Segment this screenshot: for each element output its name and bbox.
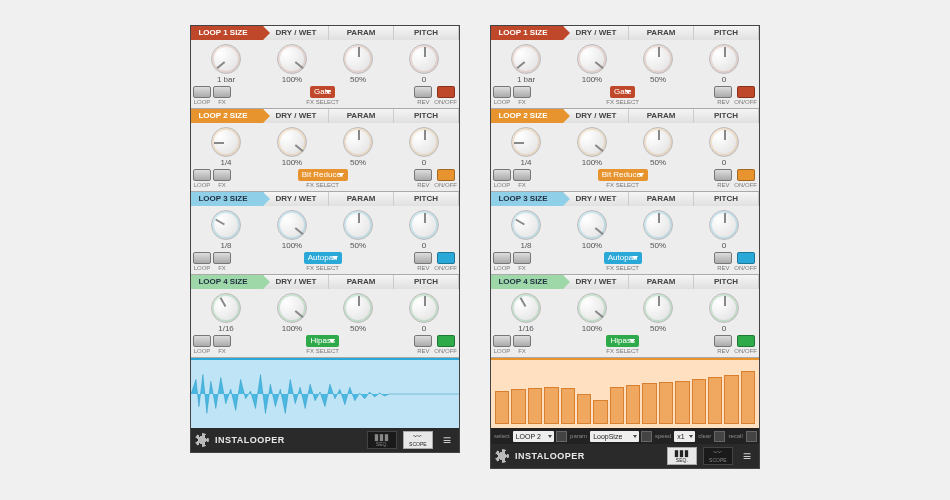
seq-select-stepper[interactable] xyxy=(556,431,567,442)
loop-4-fx-select[interactable]: Hipass xyxy=(306,335,338,347)
loop-3-onoff-button[interactable] xyxy=(737,252,755,264)
loop-3-drywet-knob[interactable] xyxy=(577,210,607,240)
loop-2-param-knob[interactable] xyxy=(643,127,673,157)
loop-1-fx-select[interactable]: Gate xyxy=(310,86,335,98)
scope-tab[interactable]: 〰SCOPE xyxy=(703,447,733,465)
seq-step-12[interactable] xyxy=(675,381,689,424)
loop-2-pitch-knob[interactable] xyxy=(709,127,739,157)
loop-4-loop-button[interactable] xyxy=(193,335,211,347)
loop-4-size-knob[interactable] xyxy=(511,293,541,323)
loop-3-fx-select[interactable]: Autopan xyxy=(304,252,342,264)
seq-step-13[interactable] xyxy=(692,379,706,424)
loop-1-onoff-button[interactable] xyxy=(737,86,755,98)
loop-4-rev-button[interactable] xyxy=(714,335,732,347)
seq-tab[interactable]: ▮▮▮SEQ. xyxy=(367,431,397,449)
loop-1-rev-button[interactable] xyxy=(414,86,432,98)
loop-4-pitch-knob[interactable] xyxy=(709,293,739,323)
seq-step-4[interactable] xyxy=(544,387,558,424)
seq-recall-button[interactable] xyxy=(746,431,757,442)
loop-1-param-knob[interactable] xyxy=(343,44,373,74)
seq-select-dropdown[interactable]: LOOP 2 xyxy=(513,431,554,442)
sequencer-display[interactable] xyxy=(491,358,759,428)
loop-1-drywet-knob[interactable] xyxy=(277,44,307,74)
loop-4-fx-select[interactable]: Hipass xyxy=(606,335,638,347)
seq-step-11[interactable] xyxy=(659,382,673,424)
loop-1-fx-button[interactable] xyxy=(513,86,531,98)
loop-2-loop-button[interactable] xyxy=(493,169,511,181)
loop-4-param-knob[interactable] xyxy=(643,293,673,323)
loop-3-loop-button[interactable] xyxy=(493,252,511,264)
loop-3-fx-button[interactable] xyxy=(513,252,531,264)
loop-4-drywet-knob[interactable] xyxy=(277,293,307,323)
loop-1-pitch-knob[interactable] xyxy=(409,44,439,74)
loop-4-fx-button[interactable] xyxy=(513,335,531,347)
seq-step-9[interactable] xyxy=(626,385,640,424)
loop-3-fx-select[interactable]: Autopan xyxy=(604,252,642,264)
menu-icon[interactable]: ≡ xyxy=(439,432,455,448)
loop-2-param-knob[interactable] xyxy=(343,127,373,157)
loop-1-pitch-knob[interactable] xyxy=(709,44,739,74)
loop-1-size-knob[interactable] xyxy=(211,44,241,74)
loop-3-loop-button[interactable] xyxy=(193,252,211,264)
loop-1-loop-button[interactable] xyxy=(493,86,511,98)
loop-3-param-knob[interactable] xyxy=(343,210,373,240)
seq-step-15[interactable] xyxy=(724,375,738,424)
loop-3-rev-button[interactable] xyxy=(714,252,732,264)
seq-step-3[interactable] xyxy=(528,388,542,424)
loop-1-onoff-button[interactable] xyxy=(437,86,455,98)
seq-step-7[interactable] xyxy=(593,400,607,424)
loop-2-onoff-button[interactable] xyxy=(737,169,755,181)
loop-2-rev-button[interactable] xyxy=(414,169,432,181)
scope-tab[interactable]: 〰SCOPE xyxy=(403,431,433,449)
seq-step-5[interactable] xyxy=(561,388,575,424)
loop-4-fx-button[interactable] xyxy=(213,335,231,347)
loop-3-size-knob[interactable] xyxy=(511,210,541,240)
loop-1-rev-button[interactable] xyxy=(714,86,732,98)
loop-3-fx-button[interactable] xyxy=(213,252,231,264)
seq-step-2[interactable] xyxy=(511,389,525,424)
loop-3-pitch-knob[interactable] xyxy=(709,210,739,240)
loop-4-param-knob[interactable] xyxy=(343,293,373,323)
menu-icon[interactable]: ≡ xyxy=(739,448,755,464)
loop-2-drywet-knob[interactable] xyxy=(577,127,607,157)
loop-1-drywet-knob[interactable] xyxy=(577,44,607,74)
loop-2-pitch-knob[interactable] xyxy=(409,127,439,157)
seq-step-16[interactable] xyxy=(741,371,755,424)
loop-2-size-knob[interactable] xyxy=(211,127,241,157)
loop-1-fx-button[interactable] xyxy=(213,86,231,98)
loop-4-onoff-button[interactable] xyxy=(737,335,755,347)
seq-speed-dropdown[interactable]: x1 xyxy=(674,431,695,442)
loop-3-param-knob[interactable] xyxy=(643,210,673,240)
seq-clear-button[interactable] xyxy=(714,431,725,442)
loop-3-size-knob[interactable] xyxy=(211,210,241,240)
loop-4-rev-button[interactable] xyxy=(414,335,432,347)
loop-4-drywet-knob[interactable] xyxy=(577,293,607,323)
loop-2-loop-button[interactable] xyxy=(193,169,211,181)
seq-param-dropdown[interactable]: LoopSize xyxy=(590,431,639,442)
loop-1-fx-select[interactable]: Gate xyxy=(610,86,635,98)
loop-4-loop-button[interactable] xyxy=(493,335,511,347)
loop-2-drywet-knob[interactable] xyxy=(277,127,307,157)
seq-step-14[interactable] xyxy=(708,377,722,424)
loop-3-rev-button[interactable] xyxy=(414,252,432,264)
loop-2-rev-button[interactable] xyxy=(714,169,732,181)
seq-step-10[interactable] xyxy=(642,383,656,424)
loop-4-pitch-knob[interactable] xyxy=(409,293,439,323)
loop-1-size-knob[interactable] xyxy=(511,44,541,74)
seq-step-6[interactable] xyxy=(577,394,591,424)
loop-2-fx-button[interactable] xyxy=(513,169,531,181)
loop-2-fx-button[interactable] xyxy=(213,169,231,181)
loop-3-pitch-knob[interactable] xyxy=(409,210,439,240)
loop-4-onoff-button[interactable] xyxy=(437,335,455,347)
loop-1-loop-button[interactable] xyxy=(193,86,211,98)
loop-2-size-knob[interactable] xyxy=(511,127,541,157)
seq-tab[interactable]: ▮▮▮SEQ. xyxy=(667,447,697,465)
seq-step-8[interactable] xyxy=(610,387,624,424)
loop-3-onoff-button[interactable] xyxy=(437,252,455,264)
loop-2-fx-select[interactable]: Bit Reducer xyxy=(298,169,348,181)
loop-3-drywet-knob[interactable] xyxy=(277,210,307,240)
loop-1-param-knob[interactable] xyxy=(643,44,673,74)
loop-2-onoff-button[interactable] xyxy=(437,169,455,181)
loop-2-fx-select[interactable]: Bit Reducer xyxy=(598,169,648,181)
seq-step-1[interactable] xyxy=(495,391,509,424)
